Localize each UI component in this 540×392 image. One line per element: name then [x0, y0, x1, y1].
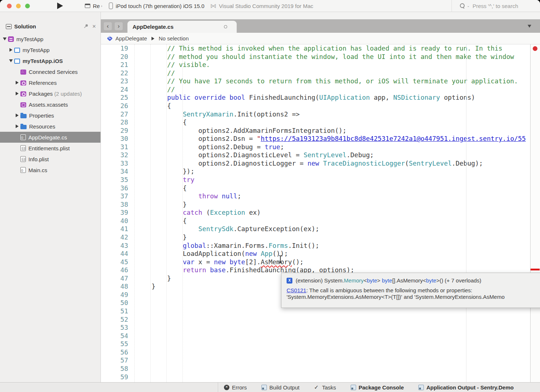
sidebar-item-mytestapp[interactable]: myTestApp — [0, 44, 100, 55]
indent-guide — [134, 44, 135, 382]
disclosure-down-icon[interactable] — [1, 37, 8, 40]
sidebar-item-properties[interactable]: Properties — [0, 110, 100, 121]
disclosure-right-icon[interactable] — [14, 92, 20, 95]
sidebar-item-references[interactable]: References — [0, 77, 100, 88]
dock-tab-errors[interactable]: Errors — [224, 384, 247, 391]
disclosure-right-icon[interactable] — [14, 114, 20, 117]
pin-icon[interactable] — [84, 23, 88, 30]
code-text: // This method is invoked when the appli… — [136, 44, 502, 52]
gutter-gap — [128, 274, 136, 282]
line-number: 56 — [101, 348, 128, 357]
code-text: global::Xamarin.Forms.Forms.Init(); — [136, 242, 319, 249]
sidebar-item-connected-services[interactable]: Connected Services — [0, 66, 100, 77]
code-text: } — [136, 201, 186, 208]
solution-icon — [8, 36, 14, 42]
breadcrumb: AppDelegate No selection — [101, 33, 540, 44]
tab-appdelegate[interactable]: AppDelegate.cs — [127, 21, 237, 33]
line-number: 27 — [101, 110, 128, 119]
line-number: 33 — [101, 159, 128, 168]
dock-tab-tasks[interactable]: Tasks — [314, 384, 336, 391]
gutter-gap — [128, 250, 136, 257]
error-code-link[interactable]: CS0121 — [287, 287, 306, 293]
error-tooltip: X (extension) System.Memory<byte> byte[]… — [281, 273, 540, 308]
cs-icon — [20, 134, 26, 140]
dock-tab-application-output-sentry-demo[interactable]: Application Output - Sentry.Demo — [418, 384, 514, 391]
sidebar-item-packages[interactable]: Packages(2 updates) — [0, 88, 100, 99]
sidebar-item-mytestapp-ios[interactable]: myTestApp.iOS — [0, 55, 100, 66]
close-window-button[interactable] — [7, 4, 12, 8]
connected-icon — [20, 70, 26, 75]
line-number: 48 — [101, 282, 128, 291]
line-number: 37 — [101, 192, 128, 201]
solution-pad-icon — [6, 24, 12, 29]
gutter-gap — [128, 225, 136, 233]
assets-icon — [20, 102, 26, 107]
sidebar-item-mytestapp[interactable]: myTestApp — [0, 33, 100, 44]
gutter-gap — [128, 44, 136, 52]
code-editor[interactable]: 19 // This method is invoked when the ap… — [101, 44, 540, 382]
tree-item-label: Resources — [29, 123, 55, 130]
bottom-dock-bar: ErrorsBuild OutputTasksPackage ConsoleAp… — [0, 382, 540, 392]
zoom-window-button[interactable] — [25, 4, 30, 8]
sidebar-item-appdelegate-cs[interactable]: AppDelegate.cs — [0, 132, 100, 143]
disclosure-right-icon[interactable] — [8, 48, 14, 52]
indent-guide — [182, 44, 183, 382]
code-text: LoadApplication(new App()); — [136, 250, 288, 257]
code-text: // visible. — [136, 61, 210, 68]
gutter-gap — [128, 201, 136, 208]
sidebar-item-info-plist[interactable]: Info.plist — [0, 154, 100, 165]
project-icon — [14, 59, 20, 64]
sidebar-item-assets-xcassets[interactable]: Assets.xcassets — [0, 99, 100, 110]
line-number: 40 — [101, 217, 128, 225]
dock-tab-package-console[interactable]: Package Console — [351, 384, 404, 391]
close-icon[interactable]: ✕ — [92, 24, 96, 29]
dock-tabs: ErrorsBuild OutputTasksPackage ConsoleAp… — [218, 384, 523, 391]
editor-column: ‹ › AppDelegate.cs AppDelegate No select… — [101, 12, 540, 382]
line-number: 36 — [101, 184, 128, 193]
gutter-gap — [128, 332, 136, 340]
build-configuration-selector[interactable]: Re › — [85, 3, 102, 9]
line-number: 58 — [101, 365, 128, 373]
tab-list-dropdown-icon[interactable] — [528, 25, 531, 28]
tree-item-label: Assets.xcassets — [29, 102, 68, 108]
disclosure-right-icon[interactable] — [14, 124, 20, 128]
sidebar-item-entitlements-plist[interactable]: Entitlements.plist — [0, 143, 100, 154]
gutter-gap — [128, 110, 136, 118]
tree-item-suffix: (2 updates) — [54, 91, 82, 97]
disclosure-down-icon[interactable] — [8, 59, 14, 62]
editor-scrollbar[interactable] — [530, 44, 540, 382]
breadcrumb-scope[interactable]: AppDelegate — [115, 35, 147, 41]
device-selector[interactable]: iPod touch (7th generation) iOS 15.0 — [109, 3, 205, 9]
line-number: 20 — [101, 53, 128, 61]
tree-item-label: References — [29, 80, 57, 86]
visual-studio-logo-icon: ⋈ — [210, 2, 216, 10]
dock-tab-label: Errors — [232, 384, 247, 391]
tooltip-error-line: CS0121: The call is ambiguous between th… — [287, 287, 540, 300]
sidebar-item-main-cs[interactable]: Main.cs — [0, 165, 100, 175]
line-number: 53 — [101, 324, 128, 332]
editor-top-strip — [101, 12, 540, 19]
line-number: 29 — [101, 127, 128, 135]
code-text: { — [136, 102, 171, 110]
navigate-forward-button[interactable]: › — [115, 22, 123, 30]
line-number: 38 — [101, 201, 128, 209]
dock-tab-build-output[interactable]: Build Output — [261, 384, 300, 391]
scrollbar-error-marker-icon[interactable] — [531, 269, 540, 270]
breadcrumb-selection[interactable]: No selection — [159, 35, 189, 41]
minimize-window-button[interactable] — [16, 4, 21, 8]
packages-icon — [20, 91, 26, 96]
navigate-back-button[interactable]: ‹ — [104, 22, 112, 30]
line-number: 22 — [101, 69, 128, 78]
solution-pad: Solution ✕ myTestAppmyTestAppmyTestApp.i… — [0, 12, 101, 382]
scrollbar-error-dot-icon[interactable] — [533, 46, 537, 51]
disclosure-right-icon[interactable] — [14, 81, 20, 84]
text-cursor-pointer-icon — [278, 255, 283, 265]
line-number: 55 — [101, 340, 128, 348]
global-search-field[interactable]: ⌄ Press '^,' to search — [452, 0, 518, 12]
sidebar-item-resources[interactable]: Resources — [0, 121, 100, 132]
line-number: 54 — [101, 332, 128, 340]
code-text: } — [136, 233, 186, 241]
console-icon — [418, 385, 424, 390]
run-button[interactable] — [57, 3, 63, 9]
line-number: 26 — [101, 102, 128, 110]
